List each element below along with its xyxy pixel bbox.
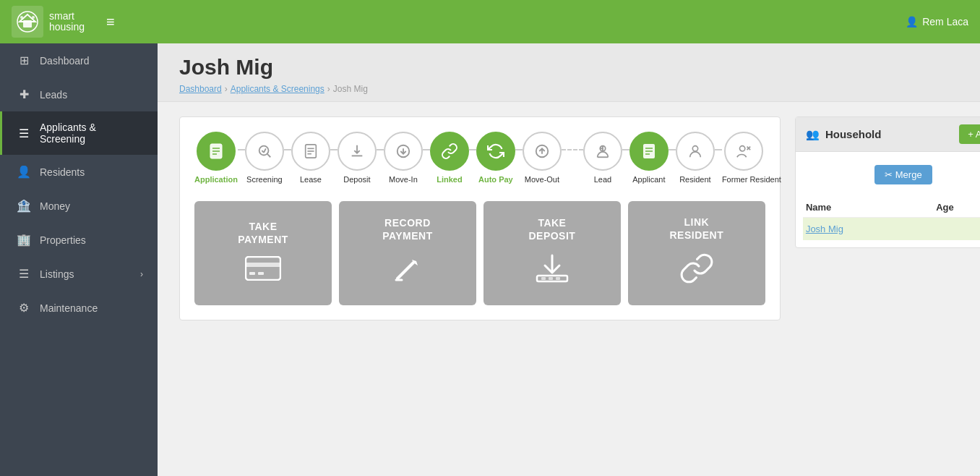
wf-step-resident[interactable]: Resident [676,132,715,184]
col-name: Name [803,197,933,218]
wf-circle-lease [291,132,330,171]
take-payment-button[interactable]: TAKEPAYMENT [194,201,332,305]
sidebar-label-applicants: Applicants & Screening [40,122,143,145]
sidebar-item-properties[interactable]: 🏢 Properties [0,223,158,257]
take-payment-icon [245,256,281,286]
household-member-name[interactable]: Josh Mig [803,218,933,241]
breadcrumb-applicants[interactable]: Applicants & Screenings [231,84,324,94]
svg-line-13 [264,148,266,153]
take-deposit-icon [534,252,570,290]
wf-connector-6 [469,149,476,150]
logo-text: smart housing [49,11,85,33]
svg-rect-38 [249,272,255,275]
logo-icon [12,6,43,38]
wf-step-screening[interactable]: Screening [245,132,284,184]
wf-circle-move-out [523,132,562,171]
sidebar-item-residents[interactable]: 👤 Residents [0,155,158,189]
listings-arrow-icon: › [140,269,143,279]
add-household-button[interactable]: + Add [959,124,980,144]
wf-label-move-in: Move-In [389,175,418,184]
wf-connector-7 [515,149,523,150]
household-title: 👥 Household [806,128,882,141]
wf-circle-applicant [629,132,669,171]
take-deposit-button[interactable]: TAKEDEPOSIT [483,201,621,305]
wf-step-lease[interactable]: Lease [291,132,330,184]
sidebar-item-listings[interactable]: ☰ Listings › [0,257,158,291]
svg-line-40 [397,263,413,279]
breadcrumb-current: Josh Mig [333,84,368,94]
wf-label-deposit: Deposit [343,175,370,184]
sidebar-label-residents: Residents [40,166,143,178]
sidebar: ⊞ Dashboard ✚ Leads ☰ Applicants & Scree… [0,43,158,476]
user-info: 👤 Rem Laca [906,16,968,27]
wf-circle-application [197,132,236,171]
maintenance-icon: ⚙ [17,301,31,315]
wf-step-deposit[interactable]: Deposit [338,132,377,184]
dashboard-icon: ⊞ [17,54,31,67]
sidebar-item-dashboard[interactable]: ⊞ Dashboard [0,43,158,77]
wf-step-move-out[interactable]: Move-Out [523,132,562,184]
content-body: Application Screen [158,102,980,335]
wf-label-screening: Screening [246,175,283,184]
svg-point-33 [739,146,744,151]
sidebar-label-dashboard: Dashboard [40,55,143,67]
wf-connector-8 [622,149,629,150]
page-header: Josh Mig Dashboard › Applicants & Screen… [158,43,980,102]
wf-label-former-resident: Former Resident [722,175,765,184]
main-layout: ⊞ Dashboard ✚ Leads ☰ Applicants & Scree… [0,43,980,476]
link-resident-icon [680,252,713,291]
wf-step-move-in[interactable]: Move-In [384,132,423,184]
wf-connector-2 [284,149,291,150]
breadcrumb-sep2: › [327,84,330,94]
money-icon: 🏦 [17,199,31,213]
wf-step-lead[interactable]: Lead [583,132,622,184]
breadcrumb-dashboard[interactable]: Dashboard [179,84,222,94]
wf-step-applicant[interactable]: Applicant [629,132,669,184]
menu-icon[interactable]: ≡ [106,14,115,30]
user-icon: 👤 [906,16,918,27]
sidebar-item-maintenance[interactable]: ⚙ Maintenance [0,291,158,325]
svg-rect-37 [246,263,280,267]
sidebar-label-properties: Properties [40,234,143,246]
wf-step-application[interactable]: Application [194,132,238,184]
workflow: Application Screen [194,132,765,184]
wf-step-former-resident[interactable]: Former Resident [722,132,765,184]
breadcrumb-sep1: › [225,84,228,94]
wf-label-move-out: Move-Out [525,175,559,184]
wf-connector-4 [377,149,384,150]
household-body: ✂ Merge Name Age Josh Mig [796,152,980,247]
listings-icon: ☰ [17,267,31,281]
link-resident-button[interactable]: LINKRESIDENT [628,201,765,305]
action-buttons: TAKEPAYMENT RECORDPAYMENT [194,201,765,305]
page-title: Josh Mig [179,55,958,80]
svg-rect-47 [556,277,560,280]
sidebar-label-listings: Listings [40,268,132,280]
wf-circle-move-in [384,132,423,171]
sidebar-item-money[interactable]: 🏦 Money [0,189,158,223]
household-card: 👥 Household + Add ✂ Merge Name [795,116,980,248]
record-payment-button[interactable]: RECORDPAYMENT [339,201,476,305]
merge-button[interactable]: ✂ Merge [874,165,932,184]
wf-circle-former-resident [724,132,763,171]
leads-icon: ✚ [17,88,31,101]
wf-label-resident: Resident [679,175,710,184]
sidebar-item-applicants[interactable]: ☰ Applicants & Screening [0,111,158,155]
merge-row: ✂ Merge [803,152,980,197]
svg-rect-46 [549,277,553,280]
wf-circle-linked [430,132,469,171]
table-row: Josh Mig [803,218,980,241]
breadcrumb: Dashboard › Applicants & Screenings › Jo… [179,84,958,94]
user-name: Rem Laca [922,16,968,27]
logo: smart housing [12,6,85,38]
wf-circle-auto-pay [476,132,515,171]
sidebar-item-leads[interactable]: ✚ Leads [0,77,158,111]
take-deposit-label: TAKEDEPOSIT [528,216,575,242]
sidebar-label-money: Money [40,200,143,212]
record-payment-icon [392,252,424,290]
svg-rect-39 [258,272,264,275]
wf-step-linked[interactable]: Linked [430,132,469,184]
wf-label-lease: Lease [300,175,322,184]
sidebar-label-leads: Leads [40,89,143,101]
right-panel: 👥 Household + Add ✂ Merge Name [795,116,980,320]
wf-step-auto-pay[interactable]: Auto Pay [476,132,515,184]
